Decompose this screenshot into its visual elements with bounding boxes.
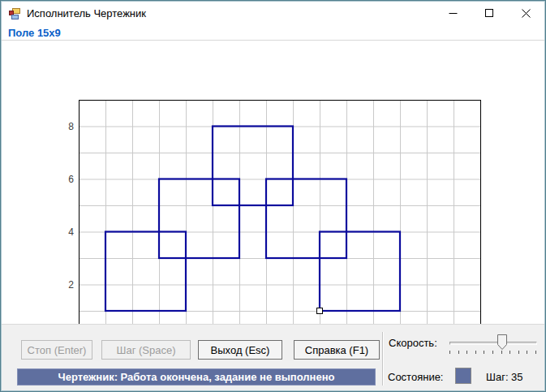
close-button[interactable]: [508, 2, 544, 24]
drawing-area: 0246810121402468: [2, 41, 544, 325]
step-button[interactable]: Шаг (Space): [101, 340, 191, 360]
minimize-button[interactable]: [435, 2, 471, 24]
close-icon: [522, 9, 531, 18]
status-bar: Чертежник: Работа окончена, задание не в…: [17, 368, 376, 386]
svg-text:4: 4: [68, 226, 74, 238]
title-bar: Исполнитель Чертежник: [2, 2, 544, 26]
step-counter: Шаг: 35: [486, 371, 523, 383]
speed-slider-thumb[interactable]: [497, 334, 507, 350]
exit-button[interactable]: Выход (Esc): [198, 340, 282, 360]
svg-text:2: 2: [68, 279, 74, 291]
state-label: Состояние:: [388, 371, 443, 383]
field-size-label: Поле 15x9: [8, 27, 61, 39]
maximize-icon: [485, 9, 494, 18]
svg-text:6: 6: [68, 174, 74, 185]
state-color-swatch: [455, 368, 471, 384]
maximize-button[interactable]: [471, 2, 508, 24]
speed-slider-ticks: [449, 351, 537, 355]
app-window: Исполнитель Чертежник Поле 15x9 02468101…: [0, 0, 546, 392]
window-title: Исполнитель Чертежник: [27, 7, 146, 19]
status-message: Чертежник: Работа окончена, задание не в…: [58, 371, 335, 383]
svg-text:8: 8: [68, 121, 74, 132]
stop-button[interactable]: Стоп (Enter): [21, 340, 92, 360]
field-chart: 0246810121402468: [65, 93, 495, 357]
speed-label: Скорость:: [389, 337, 437, 349]
app-icon: [8, 7, 21, 20]
help-button[interactable]: Справка (F1): [294, 340, 380, 360]
minimize-icon: [449, 9, 458, 18]
field-strip: Поле 15x9: [2, 25, 544, 41]
panel-divider: [382, 332, 384, 386]
speed-slider-track[interactable]: [449, 342, 537, 345]
